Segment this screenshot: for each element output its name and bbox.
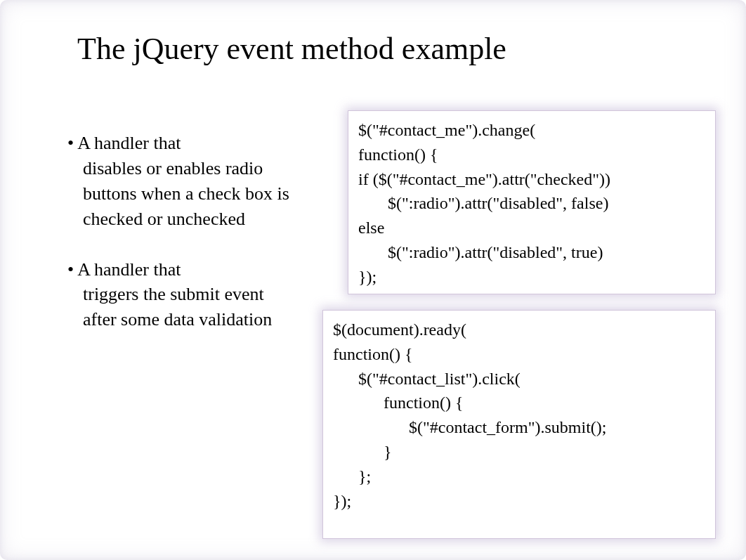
bullet-item: • A handler that triggers the submit eve… (67, 257, 299, 333)
bullet-text: • A handler that (67, 257, 299, 282)
bullet-list: • A handler that disables or enables rad… (67, 131, 299, 358)
bullet-item: • A handler that disables or enables rad… (67, 131, 299, 232)
code-line: } (333, 440, 705, 464)
code-line: if ($("#contact_me").attr("checked")) (358, 167, 705, 192)
code-line: }; (333, 464, 705, 489)
slide: The jQuery event method example • A hand… (0, 0, 746, 560)
code-line: $("#contact_list").click( (333, 367, 705, 391)
bullet-text: • A handler that (67, 131, 299, 156)
bullet-text: triggers the submit event after some dat… (67, 282, 299, 332)
slide-title: The jQuery event method example (77, 31, 506, 67)
code-line: $(document).ready( (333, 318, 705, 342)
code-line: function() { (358, 143, 705, 167)
code-line: else (358, 216, 705, 240)
code-line: }); (333, 489, 705, 514)
code-line: $("#contact_me").change( (358, 118, 705, 143)
code-block-1: $("#contact_me").change( function() { if… (348, 110, 716, 294)
bullet-text: disables or enables radio buttons when a… (67, 156, 299, 232)
code-line: }); (358, 265, 705, 289)
code-line: $(":radio").attr("disabled", false) (358, 191, 705, 216)
code-line: $("#contact_form").submit(); (333, 415, 705, 440)
code-line: $(":radio").attr("disabled", true) (358, 240, 705, 265)
code-block-2: $(document).ready( function() { $("#cont… (322, 310, 716, 539)
code-line: function() { (333, 342, 705, 367)
code-line: function() { (333, 391, 705, 415)
